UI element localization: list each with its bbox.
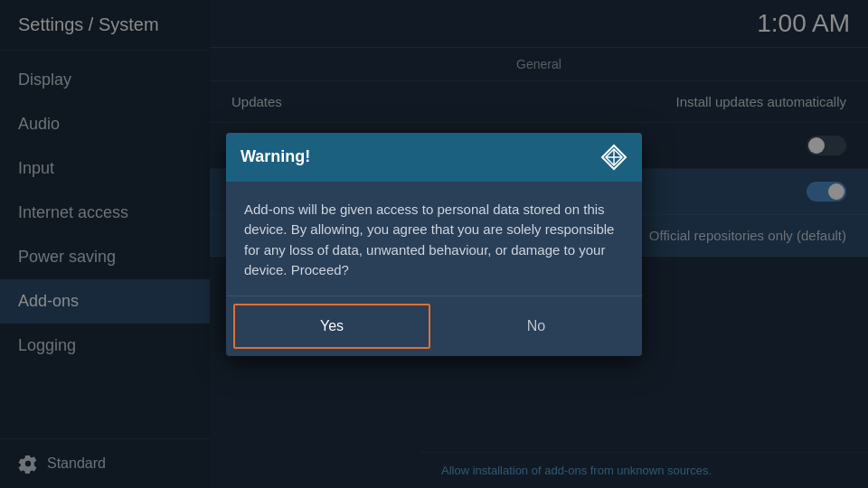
dialog-buttons: Yes No — [226, 296, 642, 356]
dialog-title: Warning! — [241, 147, 310, 166]
warning-dialog: Warning! Add-ons will be given access to… — [226, 133, 642, 356]
dialog-yes-button[interactable]: Yes — [233, 304, 430, 349]
dialog-no-button[interactable]: No — [438, 304, 635, 349]
kodi-logo-icon — [600, 144, 627, 171]
dialog-header: Warning! — [226, 133, 642, 182]
dialog-overlay: Warning! Add-ons will be given access to… — [0, 0, 868, 488]
dialog-body: Add-ons will be given access to personal… — [226, 182, 642, 296]
